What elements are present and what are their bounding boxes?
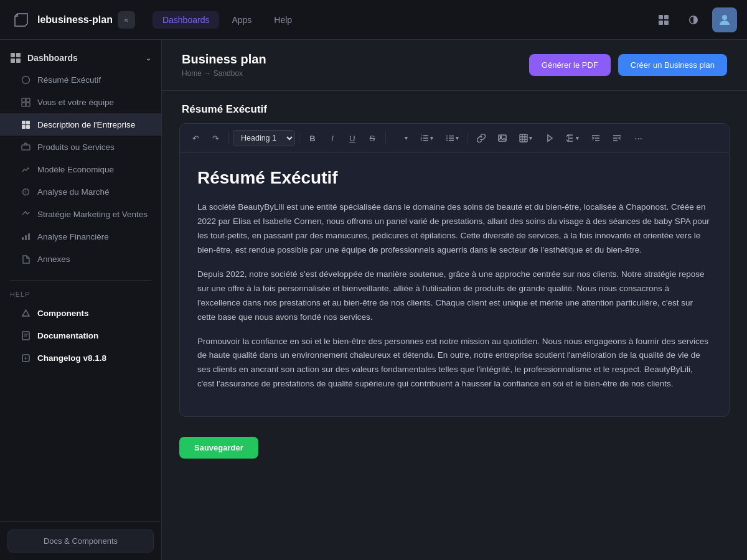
logo-text: lebusiness-plan [37,14,113,26]
redo-button[interactable]: ↷ [206,129,225,147]
svg-marker-23 [22,310,29,316]
bold-button[interactable]: B [303,129,322,147]
sidebar-item-analyse-financiere[interactable]: Analyse Financière [0,225,161,248]
products-icon [20,141,31,152]
content-title-area: Business plan Home → Sandbox [182,52,266,78]
sidebar-divider [10,280,151,281]
sidebar-item-description-entreprise[interactable]: Description de l'Entreprise [0,113,161,136]
create-business-plan-button[interactable]: Créer un Business plan [618,54,727,76]
link-button[interactable] [472,129,491,147]
more-options-button[interactable]: ⋯ [629,129,647,147]
svg-rect-15 [26,121,30,124]
sidebar-item-documentation[interactable]: Documentation [0,324,161,347]
svg-rect-5 [11,53,15,57]
components-icon [20,307,31,319]
underline-button[interactable]: U [343,129,362,147]
finance-icon [20,231,31,242]
generate-pdf-button[interactable]: Générer le PDF [529,54,611,76]
svg-point-31 [446,140,448,141]
image-button[interactable] [493,129,512,147]
svg-rect-0 [659,15,663,19]
logo-area: lebusiness-plan « [10,9,135,31]
description-icon [20,119,31,130]
indent-increase-button[interactable] [608,129,626,147]
italic-button[interactable]: I [323,129,342,147]
table-button[interactable]: ▾ [514,131,537,145]
docs-components-button[interactable]: Docs & Components [7,530,154,553]
svg-point-29 [446,136,448,137]
editor-paragraph-1: La société BeautyByLili est une entité s… [197,200,712,258]
svg-rect-18 [22,145,30,150]
align-button[interactable]: ▾ [390,131,413,145]
save-button[interactable]: Sauvegarder [179,437,258,459]
sidebar-item-modele-economique[interactable]: Modèle Economique [0,158,161,180]
chevron-up-icon: ⌄ [146,54,151,62]
indent-decrease-button[interactable] [586,129,605,147]
bullet-list-button[interactable]: ▾ [441,131,464,145]
nav-link-help[interactable]: Help [264,11,302,29]
collapse-sidebar-button[interactable]: « [118,11,135,29]
embed-button[interactable] [540,129,558,147]
sidebar-item-annexes[interactable]: Annexes [0,248,161,270]
editor-content[interactable]: Résumé Exécutif La société BeautyByLili … [180,153,729,416]
nav-link-apps[interactable]: Apps [222,11,261,29]
user-avatar-button[interactable] [712,7,737,32]
dark-mode-button[interactable] [682,9,705,31]
content-header: Business plan Home → Sandbox Générer le … [162,40,747,91]
svg-rect-7 [11,58,15,63]
line-spacing-button[interactable]: ▾ [561,131,584,145]
section-heading: Résumé Exécutif [162,91,747,123]
toolbar-sep-1 [228,132,229,144]
svg-rect-8 [16,58,21,63]
sidebar-item-resume-executif[interactable]: Résumé Exécutif [0,68,161,91]
top-nav: lebusiness-plan « Dashboards Apps Help [0,0,747,40]
svg-point-9 [22,76,29,83]
svg-rect-2 [659,21,663,25]
nav-link-dashboards[interactable]: Dashboards [153,11,220,29]
toolbar-sep-3 [385,132,386,144]
annexes-icon [20,253,31,264]
market-icon [20,186,31,197]
sidebar-section-header[interactable]: Dashboards ⌄ [0,47,161,68]
svg-rect-16 [22,125,26,129]
undo-button[interactable]: ↶ [186,129,205,147]
sidebar-item-produits-services[interactable]: Produits ou Services [0,136,161,158]
grid-icon-button[interactable] [652,9,675,31]
sidebar-item-strategie-marketing[interactable]: Stratégie Marketing et Ventes [0,203,161,225]
svg-rect-12 [22,103,26,106]
ordered-list-button[interactable]: 1. 2. 3. ▾ [415,131,438,145]
svg-rect-1 [664,15,669,19]
documentation-icon [20,330,31,341]
heading-select[interactable]: Heading 1 Heading 2 Heading 3 Normal [233,130,295,146]
sidebar-bottom: Docs & Components [0,521,161,560]
toolbar-undo-group: ↶ ↷ [186,129,225,147]
svg-rect-34 [520,134,527,142]
sidebar-item-vous-equipe[interactable]: Vous et votre équipe [0,91,161,113]
editor-container: ↶ ↷ Heading 1 Heading 2 Heading 3 Normal… [179,123,730,417]
editor-heading: Résumé Exécutif [197,168,712,188]
svg-marker-35 [548,135,552,141]
toolbar-sep-4 [467,132,468,144]
sidebar-item-components[interactable]: Components [0,302,161,324]
sidebar-item-analyse-marche[interactable]: Analyse du Marché [0,180,161,203]
svg-point-30 [446,138,448,139]
sidebar-item-changelog[interactable]: Changelog v8.1.8 [0,347,161,369]
svg-point-4 [722,15,727,20]
sidebar-section-title: Dashboards [10,52,78,63]
team-icon [20,96,31,108]
nav-links: Dashboards Apps Help [153,11,302,29]
file-icon [20,74,31,85]
editor-paragraph-2: Depuis 2022, notre société s'est dévelop… [197,268,712,325]
toolbar-sep-2 [299,132,299,144]
svg-rect-21 [25,235,27,240]
nav-right [652,7,737,32]
strikethrough-button[interactable]: S [363,129,382,147]
svg-rect-3 [664,21,669,25]
svg-rect-14 [22,121,26,124]
logo-icon [10,9,32,31]
svg-rect-13 [26,103,30,106]
svg-rect-11 [26,98,30,102]
svg-text:3.: 3. [421,139,423,142]
breadcrumb: Home → Sandbox [182,69,266,78]
editor-toolbar: ↶ ↷ Heading 1 Heading 2 Heading 3 Normal… [180,124,729,153]
